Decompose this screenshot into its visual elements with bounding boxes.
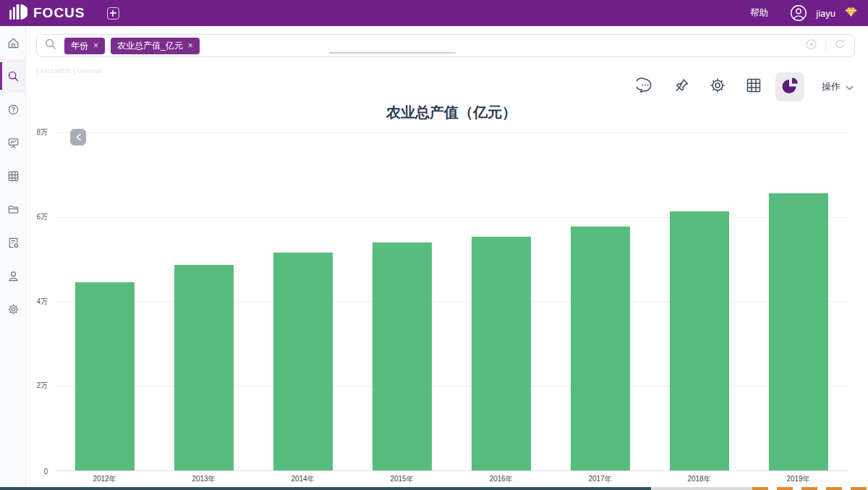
y-axis-labels: 02万4万6万8万 [22, 133, 52, 471]
search-token-year[interactable]: 年份 × [64, 38, 105, 54]
bar-2019年[interactable] [769, 193, 828, 470]
y-tick-label: 2万 [36, 381, 48, 391]
footer-segment [651, 487, 752, 490]
divider [825, 41, 826, 51]
presentation-board-icon [7, 137, 20, 149]
x-tick-label: 2016年 [451, 474, 550, 484]
chart-settings-button[interactable] [703, 72, 732, 101]
chart-plot: 2012年2013年2014年2015年2016年2017年2018年2019年 [55, 133, 848, 471]
search-magnifier-icon [44, 38, 57, 54]
sidebar-item-home[interactable] [0, 26, 26, 59]
x-tick-label: 2015年 [352, 474, 451, 484]
username[interactable]: jiayu [816, 8, 835, 19]
x-tick-label: 2017年 [550, 474, 650, 484]
bar-slot: 2016年 [451, 133, 550, 470]
x-tick-label: 2018年 [650, 474, 749, 484]
table-icon [745, 77, 762, 97]
bar-2014年[interactable] [273, 253, 333, 470]
sidebar-item-data-manage[interactable] [0, 226, 26, 259]
help-link[interactable]: 帮助 [750, 7, 768, 20]
bar-2017年[interactable] [571, 227, 630, 470]
bar-slot: 2015年 [352, 133, 451, 470]
chart-title: 农业总产值（亿元） [55, 103, 848, 122]
home-icon [7, 37, 20, 49]
x-tick-label: 2012年 [55, 474, 154, 484]
y-tick-label: 6万 [36, 212, 48, 222]
footer-strip [0, 487, 868, 490]
sidebar-item-search[interactable] [0, 59, 26, 93]
table-grid-icon [7, 170, 20, 182]
search-scrollbar-thumb[interactable] [329, 52, 456, 54]
chart-toolbar: 操作 [631, 72, 854, 101]
x-tick-label: 2019年 [749, 474, 848, 484]
comment-button[interactable] [631, 72, 660, 101]
app-header: FOCUS 帮助 jiayu [0, 0, 868, 26]
actions-dropdown[interactable]: 操作 [822, 80, 854, 93]
sidebar-item-boards[interactable] [0, 126, 26, 159]
sidebar-item-settings[interactable] [0, 292, 26, 326]
bar-slot: 2019年 [749, 133, 848, 470]
y-tick-label: 0 [43, 468, 48, 476]
bar-2016年[interactable] [472, 237, 531, 470]
table-view-button[interactable] [739, 72, 768, 101]
document-gear-icon [7, 237, 20, 249]
bar-slot: 2014年 [253, 133, 352, 470]
token-label: 年份 [71, 40, 88, 52]
x-tick-label: 2014年 [253, 474, 352, 484]
gear-icon [7, 303, 20, 316]
token-label: 农业总产值_亿元 [117, 40, 183, 52]
actions-label: 操作 [822, 80, 841, 93]
sidebar-item-help[interactable] [0, 93, 26, 126]
clear-search-icon[interactable] [805, 38, 817, 54]
bar-slot: 2018年 [650, 133, 749, 470]
gem-vip-icon[interactable] [844, 7, 858, 20]
bar-slot: 2012年 [55, 133, 154, 470]
bar-slot: 2017年 [550, 133, 650, 470]
x-tick-label: 2013年 [154, 474, 253, 484]
chevron-down-icon [846, 82, 854, 93]
new-tab-plus-icon[interactable] [107, 7, 119, 20]
brand-name: FOCUS [33, 5, 85, 21]
pie-chart-icon [780, 76, 799, 98]
bar-2015年[interactable] [373, 242, 432, 470]
refresh-icon[interactable] [834, 38, 846, 53]
bar-2013年[interactable] [174, 265, 234, 470]
bar-slot: 2013年 [154, 133, 253, 470]
footer-segment [0, 487, 651, 490]
sidebar-item-tables[interactable] [0, 159, 26, 193]
user-icon [7, 270, 20, 282]
search-icon [7, 70, 20, 83]
y-tick-label: 8万 [36, 127, 48, 138]
footer-segment [752, 487, 868, 490]
sidebar-item-folders[interactable] [0, 193, 26, 226]
token-close-icon[interactable]: × [93, 41, 98, 51]
collapse-back-button[interactable] [70, 129, 86, 145]
sidebar-item-users[interactable] [0, 259, 26, 292]
pin-icon [673, 77, 690, 97]
focus-logo-icon [9, 4, 27, 22]
question-circle-icon [7, 104, 20, 116]
answer-meta-text: [ ANSWER ] chinese [36, 67, 103, 75]
gear-icon [709, 77, 726, 97]
bar-2012年[interactable] [75, 282, 135, 470]
token-close-icon[interactable]: × [188, 41, 193, 51]
chart-view-button[interactable] [775, 72, 804, 101]
user-avatar-icon[interactable] [790, 4, 807, 22]
y-tick-label: 4万 [36, 297, 48, 307]
folder-icon [7, 203, 20, 216]
pin-button[interactable] [667, 72, 696, 101]
brand[interactable]: FOCUS [9, 4, 85, 22]
search-bar[interactable]: 年份 × 农业总产值_亿元 × [36, 34, 855, 57]
bar-2018年[interactable] [670, 211, 729, 470]
sidebar [0, 26, 26, 490]
comment-icon [637, 77, 654, 97]
chevron-left-icon [75, 131, 82, 144]
search-token-agri-output[interactable]: 农业总产值_亿元 × [111, 38, 200, 54]
